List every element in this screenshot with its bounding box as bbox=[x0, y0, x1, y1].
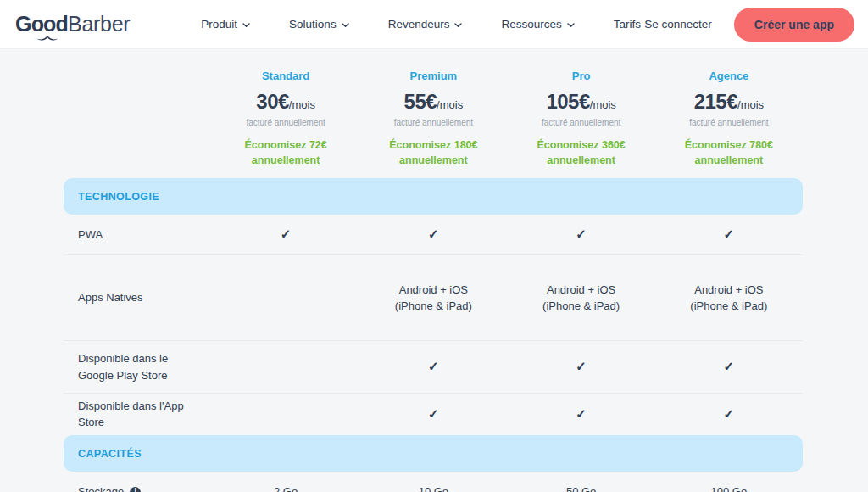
plan-price-period: /mois bbox=[289, 98, 315, 111]
cell-agence-check: ✓ bbox=[655, 225, 803, 244]
chevron-down-icon bbox=[454, 23, 462, 28]
table-row-google-play: Disponible dans le Google Play Store ✓ ✓… bbox=[64, 341, 803, 394]
nav-item-revendeurs[interactable]: Revendeurs bbox=[388, 18, 463, 31]
main-nav: Produit Solutions Revendeurs Ressources … bbox=[201, 18, 641, 31]
cell-pro-storage: 50 Go bbox=[508, 484, 655, 492]
section-header-capacites: CAPACITÉS bbox=[64, 435, 803, 472]
cell-pro-check: ✓ bbox=[508, 225, 655, 244]
plan-savings: Économisez 360€ annuellement bbox=[508, 137, 655, 168]
plan-billing-note: facturé annuellement bbox=[212, 118, 359, 127]
plan-price-period: /mois bbox=[590, 98, 616, 111]
nav-item-label: Solutions bbox=[289, 18, 337, 31]
logo-text-light: Barber bbox=[68, 12, 130, 36]
cell-standard-storage: 2 Go bbox=[212, 484, 359, 492]
plan-header-pro: Pro 105€/mois facturé annuellement Écono… bbox=[508, 70, 655, 178]
plan-price: 215€/mois bbox=[655, 90, 803, 114]
plan-billing-note: facturé annuellement bbox=[508, 118, 655, 127]
cell-premium: Android + iOS (iPhone & iPad) bbox=[359, 282, 507, 315]
cell-premium-storage: 10 Go bbox=[359, 484, 507, 492]
plan-header-agence: Agence 215€/mois facturé annuellement Éc… bbox=[655, 70, 803, 178]
plan-price-amount: 30€ bbox=[256, 90, 289, 113]
plan-name: Agence bbox=[655, 70, 803, 82]
plan-billing-note: facturé annuellement bbox=[655, 118, 803, 127]
chevron-down-icon bbox=[342, 23, 349, 28]
logo-text-bold: Good bbox=[15, 12, 68, 36]
plan-name: Pro bbox=[508, 70, 655, 82]
nav-item-label: Tarifs bbox=[614, 18, 641, 31]
chevron-down-icon bbox=[567, 23, 575, 28]
nav-item-label: Produit bbox=[201, 18, 237, 31]
cell-standard-check: ✓ bbox=[212, 225, 359, 244]
row-label: PWA bbox=[64, 226, 212, 243]
create-app-button[interactable]: Créer une app bbox=[734, 8, 854, 42]
cell-pro: Android + iOS (iPhone & iPad) bbox=[508, 282, 655, 315]
section-title: CAPACITÉS bbox=[78, 448, 142, 460]
nav-item-label: Ressources bbox=[501, 18, 561, 31]
plan-price-amount: 105€ bbox=[546, 90, 589, 113]
nav-item-ressources[interactable]: Ressources bbox=[501, 18, 574, 31]
cell-premium-check: ✓ bbox=[359, 357, 507, 377]
plan-price: 30€/mois bbox=[212, 90, 359, 114]
row-label-text: Stockage bbox=[78, 484, 124, 492]
plan-price-amount: 215€ bbox=[694, 90, 737, 113]
row-label: Disponible dans le Google Play Store bbox=[64, 350, 212, 383]
plan-name: Standard bbox=[212, 70, 359, 82]
goodbarber-logo[interactable]: Good Barber bbox=[15, 12, 130, 36]
cell-agence: Android + iOS (iPhone & iPad) bbox=[655, 282, 803, 315]
row-label: Disponible dans l'App Store bbox=[64, 398, 212, 431]
nav-item-tarifs[interactable]: Tarifs bbox=[614, 18, 641, 31]
plan-header-premium: Premium 55€/mois facturé annuellement Éc… bbox=[359, 70, 507, 178]
plan-price-period: /mois bbox=[737, 98, 764, 111]
plan-billing-note: facturé annuellement bbox=[359, 118, 507, 127]
nav-item-produit[interactable]: Produit bbox=[201, 18, 250, 31]
plan-savings: Économisez 780€ annuellement bbox=[655, 137, 803, 168]
row-label: Apps Natives bbox=[64, 289, 212, 306]
cell-agence-check: ✓ bbox=[655, 405, 803, 424]
topbar-right: Se connecter Créer une app bbox=[644, 8, 854, 42]
cell-agence-storage: 100 Go bbox=[655, 484, 803, 492]
plan-name: Premium bbox=[359, 70, 507, 82]
info-icon[interactable]: i bbox=[130, 487, 141, 492]
plan-price-period: /mois bbox=[437, 98, 463, 111]
cell-pro-check: ✓ bbox=[508, 357, 655, 377]
table-row-stockage: Stockage i 2 Go 10 Go 50 Go 100 Go bbox=[64, 472, 803, 492]
chevron-down-icon bbox=[242, 23, 250, 28]
cell-premium-check: ✓ bbox=[359, 405, 507, 424]
top-navigation-bar: Good Barber Produit Solutions Revendeurs… bbox=[0, 0, 868, 49]
cell-pro-check: ✓ bbox=[508, 405, 655, 424]
nav-item-solutions[interactable]: Solutions bbox=[289, 18, 349, 31]
login-link[interactable]: Se connecter bbox=[644, 18, 712, 31]
cell-agence-check: ✓ bbox=[655, 357, 803, 377]
cell-premium-check: ✓ bbox=[359, 225, 507, 244]
plan-price: 105€/mois bbox=[508, 90, 655, 114]
table-row-app-store: Disponible dans l'App Store ✓ ✓ ✓ bbox=[64, 394, 803, 434]
plan-header-standard: Standard 30€/mois facturé annuellement É… bbox=[212, 70, 359, 178]
plan-savings: Économisez 180€ annuellement bbox=[359, 137, 507, 168]
plan-savings: Économisez 72€ annuellement bbox=[212, 137, 359, 168]
section-title: TECHNOLOGIE bbox=[78, 191, 159, 203]
row-label: Stockage i bbox=[64, 484, 212, 492]
table-row-pwa: PWA ✓ ✓ ✓ ✓ bbox=[64, 215, 803, 255]
section-header-technologie: TECHNOLOGIE bbox=[64, 178, 803, 215]
plan-price-amount: 55€ bbox=[404, 90, 437, 113]
nav-item-label: Revendeurs bbox=[388, 18, 450, 31]
mustache-icon bbox=[36, 35, 59, 41]
table-row-apps-natives: Apps Natives Android + iOS (iPhone & iPa… bbox=[64, 255, 803, 341]
plan-header-row: Standard 30€/mois facturé annuellement É… bbox=[64, 49, 803, 178]
plan-price: 55€/mois bbox=[359, 90, 507, 114]
plan-header-spacer bbox=[64, 70, 212, 178]
